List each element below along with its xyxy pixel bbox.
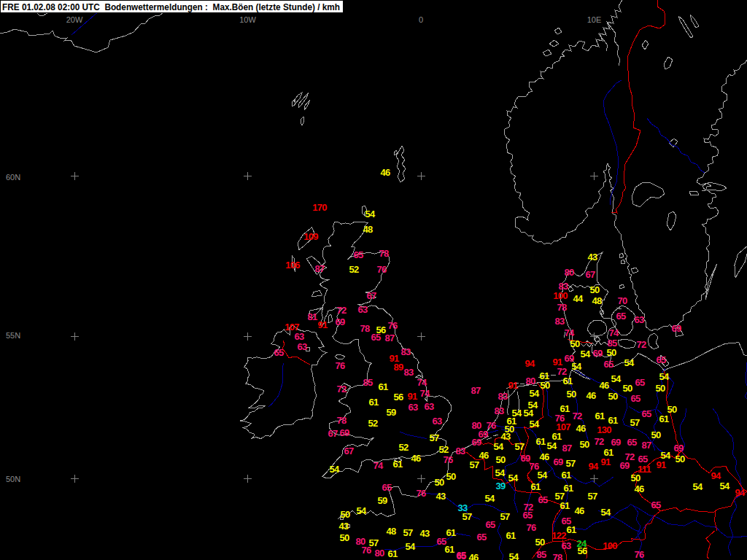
- svg-text:91: 91: [317, 319, 328, 330]
- svg-text:69: 69: [339, 427, 349, 438]
- svg-text:50: 50: [570, 338, 580, 349]
- svg-text:74: 74: [417, 377, 427, 388]
- svg-text:61: 61: [595, 411, 605, 421]
- svg-text:85: 85: [536, 549, 546, 560]
- svg-text:57: 57: [462, 511, 472, 522]
- svg-text:50: 50: [651, 429, 661, 440]
- svg-text:91: 91: [600, 456, 611, 467]
- svg-text:83: 83: [554, 316, 565, 327]
- svg-text:43: 43: [587, 252, 597, 262]
- svg-text:83: 83: [494, 405, 504, 416]
- svg-text:57: 57: [630, 417, 640, 428]
- svg-text:91: 91: [656, 459, 666, 470]
- svg-text:54: 54: [405, 541, 416, 552]
- svg-text:122: 122: [551, 530, 566, 541]
- svg-text:100: 100: [553, 290, 568, 301]
- svg-text:69: 69: [471, 437, 481, 448]
- svg-text:80: 80: [374, 548, 384, 559]
- svg-text:FRE 01.02.08 02:00 UTC Bodenw: FRE 01.02.08 02:00 UTC Bodenwettermeldun…: [2, 1, 340, 12]
- svg-text:61: 61: [392, 459, 403, 470]
- svg-text:48: 48: [363, 224, 373, 235]
- svg-text:57: 57: [429, 432, 439, 443]
- svg-text:50: 50: [566, 389, 576, 400]
- svg-text:56: 56: [393, 392, 403, 402]
- svg-text:50: 50: [579, 439, 589, 450]
- svg-text:46: 46: [574, 505, 584, 516]
- svg-text:46: 46: [479, 450, 489, 461]
- svg-text:63: 63: [432, 416, 442, 427]
- svg-text:80: 80: [564, 267, 574, 278]
- svg-text:65: 65: [627, 437, 637, 448]
- svg-text:0: 0: [419, 15, 423, 24]
- svg-text:54: 54: [508, 551, 519, 560]
- svg-text:61: 61: [535, 436, 546, 447]
- svg-text:69: 69: [671, 323, 681, 334]
- svg-text:48: 48: [386, 526, 396, 537]
- svg-text:89: 89: [393, 362, 403, 373]
- svg-text:61: 61: [387, 548, 398, 559]
- svg-text:83: 83: [455, 446, 465, 456]
- svg-text:65: 65: [616, 311, 626, 322]
- svg-text:65: 65: [651, 499, 661, 510]
- svg-text:65: 65: [274, 347, 284, 358]
- svg-text:54: 54: [546, 440, 557, 451]
- svg-text:130: 130: [597, 424, 611, 435]
- svg-text:78: 78: [557, 302, 567, 313]
- svg-text:52: 52: [398, 442, 409, 453]
- svg-text:54: 54: [692, 481, 703, 492]
- svg-text:69: 69: [592, 348, 603, 359]
- svg-text:60N: 60N: [6, 173, 20, 182]
- svg-text:50: 50: [495, 454, 506, 465]
- svg-text:85: 85: [363, 377, 373, 388]
- svg-text:54: 54: [508, 472, 519, 483]
- svg-text:74: 74: [419, 388, 430, 399]
- svg-text:48: 48: [592, 295, 602, 306]
- svg-text:87: 87: [471, 385, 481, 396]
- svg-text:63: 63: [408, 402, 418, 413]
- svg-text:83: 83: [400, 346, 411, 357]
- svg-text:46: 46: [380, 167, 390, 178]
- svg-text:61: 61: [378, 381, 388, 392]
- svg-text:76: 76: [526, 522, 536, 533]
- svg-text:94: 94: [525, 358, 535, 369]
- svg-text:55N: 55N: [6, 331, 20, 340]
- svg-text:69: 69: [335, 316, 345, 327]
- svg-text:87: 87: [641, 440, 651, 451]
- svg-text:65: 65: [371, 332, 381, 343]
- svg-text:76: 76: [387, 320, 398, 331]
- svg-text:78: 78: [379, 248, 389, 259]
- svg-text:72: 72: [336, 305, 347, 316]
- svg-text:59: 59: [377, 495, 387, 506]
- svg-text:63: 63: [424, 401, 434, 412]
- svg-text:87: 87: [562, 443, 572, 454]
- svg-text:76: 76: [416, 488, 426, 499]
- svg-text:74: 74: [608, 327, 619, 338]
- svg-text:54: 54: [329, 464, 340, 475]
- svg-text:69: 69: [673, 443, 684, 454]
- svg-text:76: 76: [634, 549, 644, 560]
- svg-text:46: 46: [411, 453, 421, 464]
- svg-text:67: 67: [344, 446, 354, 456]
- svg-text:67: 67: [366, 290, 376, 301]
- svg-text:43: 43: [419, 528, 430, 539]
- svg-text:78: 78: [552, 552, 562, 560]
- svg-text:61: 61: [446, 527, 456, 538]
- svg-text:70: 70: [617, 295, 627, 306]
- svg-text:72: 72: [336, 384, 347, 394]
- svg-text:50: 50: [606, 347, 616, 358]
- svg-text:170: 170: [312, 202, 327, 213]
- svg-text:76: 76: [361, 545, 371, 556]
- svg-text:54: 54: [356, 505, 367, 516]
- svg-text:67: 67: [328, 428, 338, 439]
- svg-text:52: 52: [349, 264, 359, 275]
- svg-text:69: 69: [619, 460, 630, 471]
- svg-text:46: 46: [634, 483, 644, 494]
- svg-text:54: 54: [365, 209, 376, 219]
- svg-text:63: 63: [297, 341, 307, 352]
- svg-text:54: 54: [611, 373, 622, 384]
- svg-text:83: 83: [498, 391, 508, 402]
- svg-text:46: 46: [599, 380, 609, 391]
- svg-text:72: 72: [594, 436, 604, 447]
- svg-text:65: 65: [538, 494, 548, 505]
- svg-text:54: 54: [495, 467, 506, 478]
